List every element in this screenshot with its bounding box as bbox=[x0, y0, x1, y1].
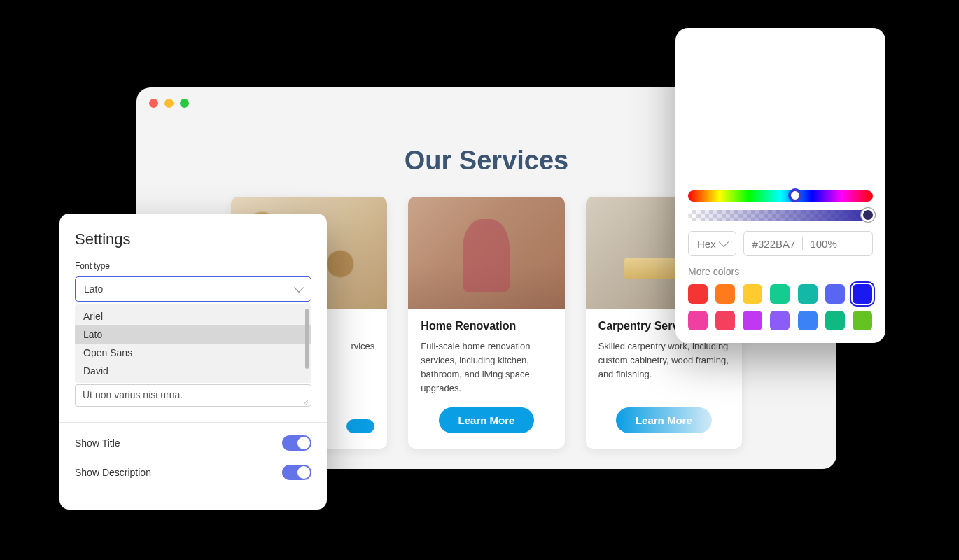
color-format-select[interactable]: Hex bbox=[688, 231, 736, 256]
more-colors-label: More colors bbox=[688, 266, 873, 277]
font-option[interactable]: Ariel bbox=[75, 307, 312, 326]
divider bbox=[802, 237, 803, 250]
service-description: Skilled carpentry work, including custom… bbox=[598, 340, 729, 396]
color-swatch[interactable] bbox=[715, 284, 735, 304]
resize-grip-icon[interactable] bbox=[302, 397, 309, 404]
color-swatches bbox=[688, 284, 873, 330]
alpha-value: 100% bbox=[810, 238, 836, 250]
color-swatch[interactable] bbox=[743, 284, 762, 304]
service-card: Home Renovation Full-scale home renovati… bbox=[408, 197, 564, 449]
color-swatch[interactable] bbox=[715, 311, 735, 330]
color-swatch[interactable] bbox=[853, 311, 872, 330]
color-value-input[interactable]: #322BA7 100% bbox=[743, 231, 873, 256]
service-image bbox=[408, 197, 564, 309]
chevron-down-icon bbox=[294, 283, 304, 293]
font-dropdown: Ariel Lato Open Sans David bbox=[75, 304, 312, 383]
color-format-value: Hex bbox=[697, 238, 716, 250]
alpha-thumb[interactable] bbox=[861, 208, 875, 222]
font-option[interactable]: Open Sans bbox=[75, 344, 312, 362]
color-swatch[interactable] bbox=[743, 311, 762, 330]
hex-value: #322BA7 bbox=[752, 238, 796, 250]
font-type-label: Font type bbox=[75, 261, 312, 271]
color-format-row: Hex #322BA7 100% bbox=[688, 231, 873, 256]
alpha-slider[interactable] bbox=[688, 210, 873, 221]
color-swatch[interactable] bbox=[688, 311, 708, 330]
toggle-row: Show Description bbox=[75, 465, 312, 480]
textarea-content: Ut non varius nisi urna. bbox=[83, 389, 183, 400]
learn-more-button[interactable]: Learn More bbox=[616, 407, 712, 433]
hue-slider[interactable] bbox=[688, 190, 873, 202]
color-swatch[interactable] bbox=[688, 284, 708, 304]
color-swatch[interactable] bbox=[825, 284, 845, 304]
show-title-label: Show Title bbox=[75, 438, 120, 449]
color-swatch[interactable] bbox=[770, 311, 790, 330]
scrollbar[interactable] bbox=[305, 309, 309, 369]
color-swatch[interactable] bbox=[770, 284, 790, 304]
hue-thumb[interactable] bbox=[788, 188, 802, 202]
toggle-row: Show Title bbox=[75, 435, 312, 451]
color-swatch[interactable] bbox=[825, 311, 845, 330]
settings-panel: Settings Font type Lato Ariel Lato Open … bbox=[59, 214, 327, 510]
color-swatch[interactable] bbox=[798, 311, 818, 330]
show-description-toggle[interactable] bbox=[282, 465, 312, 480]
description-textarea[interactable]: Ut non varius nisi urna. bbox=[75, 384, 312, 407]
color-swatch[interactable] bbox=[853, 284, 872, 304]
chevron-down-icon bbox=[719, 237, 729, 247]
color-picker-panel: Hex #322BA7 100% More colors bbox=[676, 28, 886, 343]
font-select[interactable]: Lato bbox=[75, 276, 312, 302]
color-swatch[interactable] bbox=[798, 284, 818, 304]
window-minimize-icon[interactable] bbox=[164, 99, 174, 108]
service-title: Home Renovation bbox=[421, 320, 552, 332]
learn-more-button[interactable]: Learn More bbox=[439, 407, 535, 433]
font-option[interactable]: David bbox=[75, 362, 312, 380]
show-title-toggle[interactable] bbox=[282, 435, 312, 451]
window-close-icon[interactable] bbox=[149, 99, 158, 108]
show-description-label: Show Description bbox=[75, 467, 151, 478]
settings-heading: Settings bbox=[75, 230, 312, 248]
font-select-value: Lato bbox=[84, 284, 103, 295]
window-maximize-icon[interactable] bbox=[180, 99, 189, 108]
font-option[interactable]: Lato bbox=[75, 326, 312, 344]
learn-more-button[interactable] bbox=[346, 419, 374, 433]
saturation-picker[interactable] bbox=[688, 41, 873, 181]
divider bbox=[59, 422, 327, 423]
service-description: Full-scale home renovation services, inc… bbox=[421, 340, 552, 396]
